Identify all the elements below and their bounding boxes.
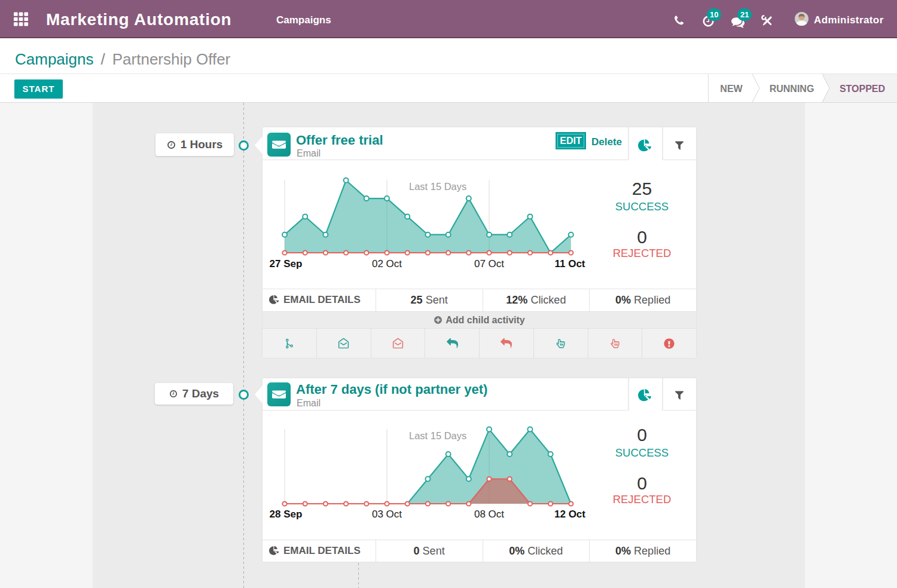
svg-text:08 Oct: 08 Oct (474, 509, 504, 520)
svg-text:STOPPED: STOPPED (840, 84, 885, 94)
svg-text:NEW: NEW (720, 84, 743, 94)
svg-text:07 Oct: 07 Oct (474, 258, 504, 270)
svg-text:27 Sep: 27 Sep (270, 258, 303, 270)
svg-text:Last 15 Days: Last 15 Days (409, 430, 466, 441)
svg-text:03 Oct: 03 Oct (372, 509, 402, 520)
svg-text:Last 15 Days: Last 15 Days (409, 181, 466, 192)
svg-text:02 Oct: 02 Oct (372, 258, 402, 270)
svg-text:12 Oct: 12 Oct (554, 509, 585, 520)
svg-text:11 Oct: 11 Oct (554, 258, 585, 270)
svg-text:RUNNING: RUNNING (770, 84, 814, 94)
svg-text:28 Sep: 28 Sep (270, 509, 303, 520)
